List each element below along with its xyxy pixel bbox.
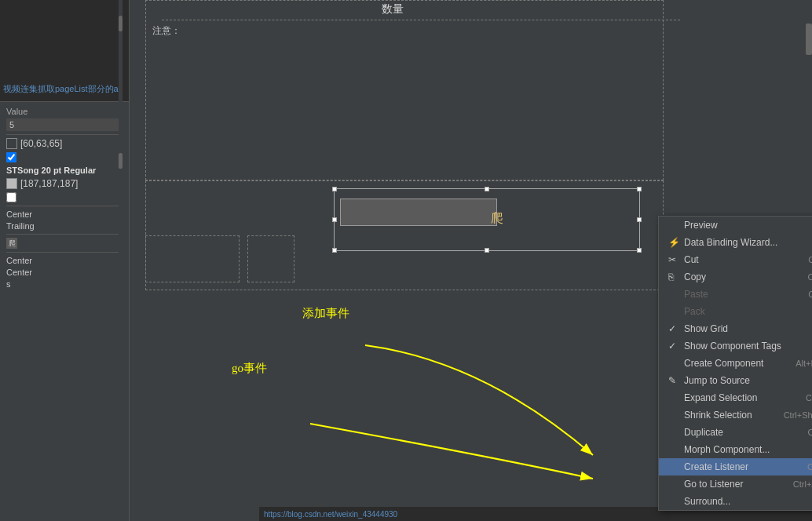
- menu-shortcut-duplicate: Ctrl+D: [808, 428, 812, 437]
- menu-label-data-binding: Data Binding Wizard...: [684, 237, 777, 248]
- checkbox-row-2: [6, 192, 123, 202]
- box-bottom-left: [145, 235, 240, 282]
- main-scrollbar-thumb[interactable]: [806, 24, 812, 55]
- move-icon: 爬: [491, 210, 503, 227]
- menu-item-copy[interactable]: ⎘CopyCtrl+C: [659, 268, 812, 286]
- box-bottom-right: [247, 235, 294, 282]
- menu-item-preview[interactable]: Preview: [659, 217, 812, 234]
- video-link[interactable]: 视频连集抓取pageList部分的a: [3, 83, 119, 95]
- annotation-add-event: 添加事件: [302, 306, 349, 321]
- menu-item-create-listener[interactable]: Create ListenerCtrl+O: [659, 458, 812, 475]
- menu-item-surround[interactable]: Surround...: [659, 493, 812, 510]
- menu-item-left-shrink-selection: Shrink Selection: [668, 410, 752, 421]
- menu-shortcut-copy: Ctrl+C: [808, 272, 812, 282]
- menu-label-pack: Pack: [684, 306, 705, 317]
- menu-item-expand-selection[interactable]: Expand SelectionCtrl+W: [659, 389, 812, 406]
- menu-label-show-grid: Show Grid: [684, 323, 728, 334]
- menu-item-left-preview: Preview: [668, 220, 718, 231]
- value-label: Value: [6, 107, 123, 116]
- menu-check-copy: ⎘: [668, 271, 679, 282]
- checkbox-1[interactable]: [6, 152, 16, 162]
- canvas-content: 数量 注意： 爬 添加事件 go事件: [130, 0, 812, 521]
- handle-top-right[interactable]: [637, 187, 642, 191]
- menu-label-go-to-listener: Go to Listener: [684, 479, 743, 490]
- menu-item-left-show-component-tags: ✓Show Component Tags: [668, 341, 781, 352]
- menu-item-create-component[interactable]: Create ComponentAlt+Insert: [659, 355, 812, 372]
- menu-item-left-data-binding: ⚡Data Binding Wizard...: [668, 237, 777, 248]
- color-swatch-1[interactable]: [6, 138, 17, 149]
- checkbox-row-1: [6, 152, 123, 162]
- color-row-1: [60,63,65]: [6, 138, 123, 149]
- color-value-1: [60,63,65]: [20, 138, 62, 149]
- menu-item-show-grid[interactable]: ✓Show Grid: [659, 320, 812, 337]
- menu-item-left-duplicate: Duplicate: [668, 427, 723, 438]
- menu-item-left-go-to-listener: Go to Listener: [668, 479, 743, 490]
- menu-item-left-cut: ✂Cut: [668, 254, 699, 265]
- menu-item-left-jump-to-source: ✎Jump to Source: [668, 375, 750, 386]
- menu-label-copy: Copy: [684, 271, 706, 282]
- context-menu: Preview⚡Data Binding Wizard...✂CutCtrl+X…: [658, 216, 812, 511]
- left-scroll-thumb-bottom[interactable]: [119, 153, 123, 169]
- menu-item-duplicate[interactable]: DuplicateCtrl+D: [659, 424, 812, 441]
- annotation-go-event: go事件: [232, 361, 267, 376]
- menu-check-cut: ✂: [668, 254, 679, 265]
- menu-item-go-to-listener[interactable]: Go to ListenerCtrl+Alt+B: [659, 475, 812, 493]
- menu-item-left-copy: ⎘Copy: [668, 271, 706, 282]
- menu-label-jump-to-source: Jump to Source: [684, 375, 750, 386]
- align-label-3: Center: [6, 256, 123, 265]
- left-scroll-thumb-top[interactable]: [119, 16, 123, 31]
- menu-item-left-create-component: Create Component: [668, 358, 763, 369]
- main-canvas: 数量 注意： 爬 添加事件 go事件: [130, 0, 812, 521]
- menu-item-cut[interactable]: ✂CutCtrl+X: [659, 251, 812, 268]
- menu-item-paste: PasteCtrl+V: [659, 286, 812, 303]
- icon-row: 爬: [6, 238, 123, 249]
- handle-middle-left[interactable]: [332, 217, 337, 222]
- quantity-text: 数量: [382, 2, 404, 16]
- menu-label-shrink-selection: Shrink Selection: [684, 410, 752, 421]
- menu-label-surround: Surround...: [684, 496, 730, 507]
- menu-label-paste: Paste: [684, 289, 708, 300]
- menu-check-show-grid: ✓: [668, 323, 679, 334]
- menu-label-create-listener: Create Listener: [684, 461, 748, 472]
- menu-label-morph-component: Morph Component...: [684, 444, 770, 455]
- handle-bottom-middle[interactable]: [485, 248, 489, 253]
- divider-4: [6, 252, 123, 253]
- dashed-box-top: 数量 注意：: [145, 0, 664, 180]
- checkbox-2[interactable]: [6, 192, 16, 202]
- menu-shortcut-shrink-selection: Ctrl+Shift+W: [784, 410, 812, 420]
- menu-label-preview: Preview: [684, 220, 718, 231]
- url-text: https://blog.csdn.net/weixin_43444930: [264, 510, 397, 519]
- menu-shortcut-expand-selection: Ctrl+W: [806, 393, 812, 403]
- box-header: 数量: [162, 1, 680, 20]
- menu-label-expand-selection: Expand Selection: [684, 392, 757, 403]
- menu-item-left-surround: Surround...: [668, 496, 730, 507]
- menu-item-left-paste: Paste: [668, 289, 708, 300]
- annotation-arrows: [208, 298, 679, 518]
- menu-label-cut: Cut: [684, 254, 699, 265]
- font-label: STSong 20 pt Regular: [6, 166, 123, 175]
- color-swatch-2[interactable]: [6, 178, 17, 189]
- menu-item-show-component-tags[interactable]: ✓Show Component Tags: [659, 337, 812, 355]
- property-section: Value 5 [60,63,65] STSong 20 pt Regular …: [0, 102, 129, 296]
- handle-bottom-left[interactable]: [332, 248, 337, 253]
- menu-item-left-expand-selection: Expand Selection: [668, 392, 757, 403]
- menu-check-jump-to-source: ✎: [668, 375, 679, 386]
- menu-item-shrink-selection[interactable]: Shrink SelectionCtrl+Shift+W: [659, 406, 812, 424]
- menu-check-data-binding: ⚡: [668, 237, 679, 248]
- left-scrollbar[interactable]: [119, 0, 123, 521]
- menu-item-jump-to-source[interactable]: ✎Jump to SourceF4: [659, 372, 812, 389]
- selected-element[interactable]: [340, 199, 497, 226]
- handle-middle-right[interactable]: [637, 217, 642, 222]
- menu-item-pack: Pack: [659, 303, 812, 320]
- menu-item-data-binding[interactable]: ⚡Data Binding Wizard...: [659, 234, 812, 251]
- menu-shortcut-go-to-listener: Ctrl+Alt+B: [793, 479, 812, 489]
- handle-top-left[interactable]: [332, 187, 337, 191]
- value-content[interactable]: 5: [6, 118, 123, 131]
- handle-top-middle[interactable]: [485, 187, 489, 191]
- note-text: 注意：: [152, 24, 181, 38]
- align-label-1: Center: [6, 209, 123, 219]
- handle-bottom-right[interactable]: [637, 248, 642, 253]
- s-label: s: [6, 279, 123, 289]
- menu-item-morph-component[interactable]: Morph Component...: [659, 441, 812, 458]
- menu-item-left-pack: Pack: [668, 306, 705, 317]
